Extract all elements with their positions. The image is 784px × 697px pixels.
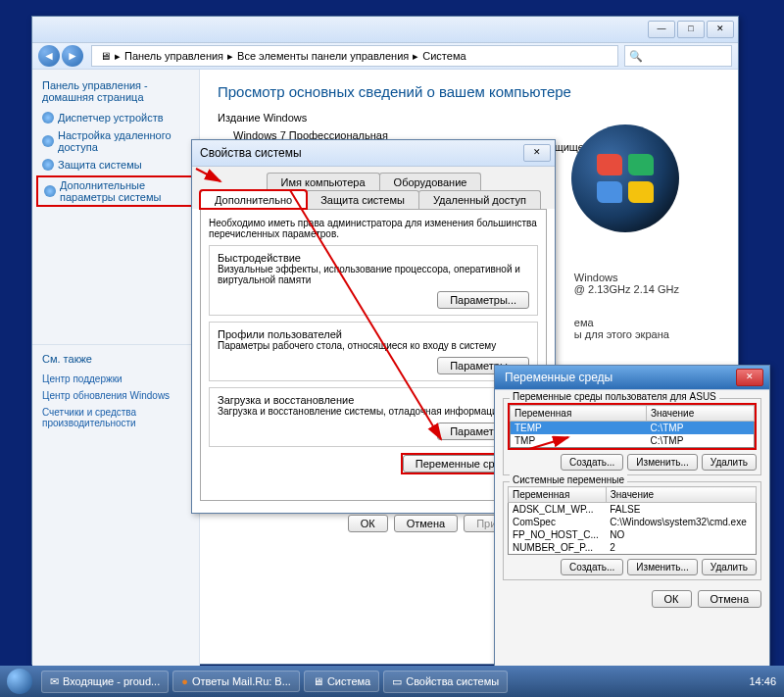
taskbar-item-firefox[interactable]: ●Ответы Mail.Ru: В... (172, 671, 300, 692)
user-delete-button[interactable]: Удалить (702, 454, 757, 471)
address-bar: ◄ ► 🖥 ▸ Панель управления▸ Все элементы … (32, 43, 738, 70)
tab-hardware[interactable]: Оборудование (379, 173, 482, 191)
tab-remote[interactable]: Удаленный доступ (418, 190, 541, 209)
sidebar: Панель управления - домашняя страница Ди… (32, 70, 200, 666)
crumb-2[interactable]: Система (422, 50, 466, 62)
sidebar-perf-tools[interactable]: Счетчики и средства производительности (32, 404, 199, 431)
user-vars-group: Переменные среды пользователя для ASUS П… (503, 398, 761, 475)
crumb-1[interactable]: Все элементы панели управления (237, 50, 409, 62)
shield-icon (42, 159, 54, 171)
close-button[interactable]: ✕ (707, 21, 734, 38)
startup-desc: Загрузка и восстановление системы, отлад… (218, 406, 529, 417)
windows-logo (571, 124, 679, 232)
user-edit-button[interactable]: Изменить... (627, 454, 697, 471)
right-info-0: Windows (574, 272, 679, 283)
perf-settings-button[interactable]: Параметры... (437, 291, 529, 309)
env-title: Переменные среды (501, 371, 736, 384)
col-value[interactable]: Значение (646, 406, 754, 422)
taskbar-item-system[interactable]: 🖥Система (304, 671, 379, 692)
page-title: Просмотр основных сведений о вашем компь… (218, 83, 720, 100)
props-tabs: Имя компьютера Оборудование Дополнительн… (192, 167, 555, 209)
start-orb-icon (7, 669, 32, 694)
tab-computer-name[interactable]: Имя компьютера (267, 173, 380, 191)
sys-new-button[interactable]: Создать... (561, 559, 623, 575)
right-info-3: ы для этого экрана (574, 328, 679, 340)
env-close-button[interactable]: ✕ (736, 369, 763, 386)
sidebar-windows-update[interactable]: Центр обновления Windows (32, 387, 199, 404)
props-cancel-button[interactable]: Отмена (394, 515, 458, 532)
col-variable[interactable]: Переменная (511, 406, 647, 422)
props-close-button[interactable]: ✕ (523, 144, 551, 162)
table-row[interactable]: NUMBER_OF_P...2 (509, 541, 757, 555)
perf-desc: Визуальные эффекты, использование процес… (218, 264, 529, 285)
sys-edit-button[interactable]: Изменить... (627, 559, 697, 575)
main-titlebar: — □ ✕ (32, 17, 738, 43)
minimize-button[interactable]: — (648, 21, 675, 38)
table-row[interactable]: TEMPC:\TMP (511, 422, 755, 435)
user-vars-table[interactable]: ПеременнаяЗначение TEMPC:\TMP TMPC:\TMP (510, 405, 755, 448)
perf-title: Быстродействие (218, 252, 529, 264)
breadcrumb[interactable]: 🖥 ▸ Панель управления▸ Все элементы пане… (91, 45, 618, 67)
firefox-icon: ● (181, 675, 188, 687)
maximize-button[interactable]: □ (677, 21, 705, 38)
props-title: Свойства системы (196, 146, 523, 160)
group-profiles: Профили пользователей Параметры рабочего… (209, 322, 538, 381)
sidebar-action-center[interactable]: Центр поддержки (32, 371, 199, 387)
clock: 14:46 (749, 675, 776, 687)
remote-icon (42, 135, 54, 147)
table-row[interactable]: FP_NO_HOST_C...NO (509, 528, 757, 541)
start-button[interactable] (0, 666, 39, 697)
right-info-2: ема (574, 317, 679, 328)
admin-note: Необходимо иметь права администратора дл… (209, 218, 538, 239)
env-vars-dialog: Переменные среды ✕ Переменные среды поль… (494, 365, 770, 680)
taskbar-item-mail[interactable]: ✉Входящие - proud... (41, 671, 169, 693)
table-row[interactable]: ComSpecC:\Windows\system32\cmd.exe (509, 516, 757, 528)
search-input[interactable]: 🔍 (624, 45, 732, 67)
sys-delete-button[interactable]: Удалить (702, 559, 757, 575)
search-icon: 🔍 (629, 50, 643, 63)
group-startup: Загрузка и восстановление Загрузка и вос… (209, 387, 538, 447)
props-ok-button[interactable]: ОК (348, 515, 388, 532)
tab-system-protection[interactable]: Защита системы (306, 190, 419, 209)
crumb-0[interactable]: Панель управления (124, 50, 223, 62)
taskbar: ✉Входящие - proud... ●Ответы Mail.Ru: В.… (0, 666, 784, 697)
sidebar-system-protection[interactable]: Защита системы (32, 156, 199, 174)
sidebar-remote-settings[interactable]: Настройка удаленного доступа (32, 126, 199, 156)
env-ok-button[interactable]: ОК (652, 590, 692, 608)
system-tray[interactable]: 14:46 (741, 675, 784, 687)
sys-vars-title: Системные переменные (510, 474, 627, 485)
monitor-icon: 🖥 (313, 675, 323, 687)
table-row[interactable]: ADSK_CLM_WP...FALSE (509, 503, 757, 517)
tab-advanced[interactable]: Дополнительно (200, 190, 307, 209)
env-cancel-button[interactable]: Отмена (698, 590, 761, 608)
window-icon: ▭ (392, 675, 402, 688)
profiles-desc: Параметры рабочего стола, относящиеся ко… (218, 340, 529, 351)
table-row[interactable]: TMPC:\TMP (511, 434, 755, 448)
group-performance: Быстродействие Визуальные эффекты, испол… (209, 245, 538, 316)
back-button[interactable]: ◄ (38, 45, 60, 67)
forward-button[interactable]: ► (62, 45, 83, 67)
sidebar-see-also: См. также (32, 353, 199, 371)
user-new-button[interactable]: Создать... (561, 454, 623, 471)
user-vars-title: Переменные среды пользователя для ASUS (510, 391, 719, 402)
sidebar-device-manager[interactable]: Диспетчер устройств (32, 109, 199, 126)
right-info-1: @ 2.13GHz 2.14 GHz (574, 283, 679, 295)
profiles-title: Профили пользователей (218, 328, 529, 340)
sidebar-title: Панель управления - домашняя страница (32, 79, 199, 109)
taskbar-item-sysprops[interactable]: ▭Свойства системы (383, 671, 508, 693)
monitor-icon: 🖥 (100, 50, 111, 62)
sidebar-advanced-settings[interactable]: Дополнительные параметры системы (36, 175, 195, 207)
startup-title: Загрузка и восстановление (218, 394, 529, 406)
gear-icon (44, 185, 56, 197)
sys-vars-table[interactable]: ПеременнаяЗначение ADSK_CLM_WP...FALSE C… (508, 486, 757, 555)
sys-vars-group: Системные переменные ПеременнаяЗначение … (503, 481, 761, 580)
mail-icon: ✉ (50, 675, 59, 688)
edition-label: Издание Windows (218, 112, 720, 124)
device-icon (42, 112, 54, 124)
